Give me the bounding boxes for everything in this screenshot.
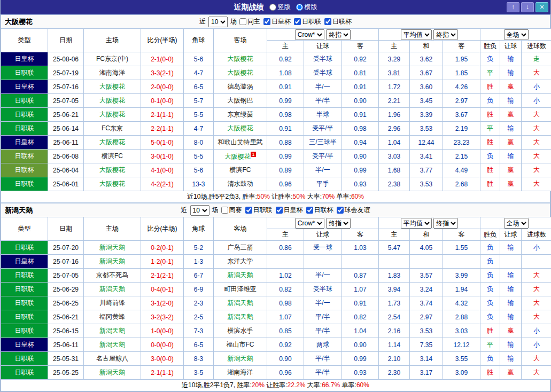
scope-select[interactable]: 全场: [504, 29, 529, 40]
move-up-button[interactable]: ↑: [507, 2, 519, 12]
matches-label: 场: [212, 206, 219, 215]
handicap-result-cell: 输: [500, 150, 522, 163]
avg-draw-cell: 3.67: [410, 66, 443, 80]
handicap-cell: 半球: [304, 108, 342, 122]
section-summary: 近10场,胜2平1负7, 胜率:20% 让胜率:22.2% 大率:66.7% 单…: [1, 380, 550, 391]
filter-checkbox-input[interactable]: [239, 18, 246, 25]
filter-checkbox-日职联[interactable]: 日职联: [294, 17, 321, 26]
avg-draw-cell: 3.53: [410, 177, 443, 191]
corner-cell: 6-5: [184, 80, 214, 94]
avg-away-cell: 1.55: [443, 241, 480, 255]
filter-checkbox-同主[interactable]: 同主: [239, 17, 260, 26]
odds-final-select[interactable]: 终指: [326, 29, 351, 40]
scope-select[interactable]: 全场: [504, 218, 529, 229]
score-cell: 2-1(2-1): [141, 269, 184, 283]
score-cell: 2-2(1-1): [141, 122, 184, 136]
avg-away-cell: 3.55: [443, 352, 480, 366]
home-odds-cell: 0.82: [267, 283, 304, 296]
avg-draw-cell: 3.24: [410, 283, 443, 296]
home-odds-cell: 0.96: [267, 366, 304, 380]
corner-cell: 5-7: [184, 94, 214, 108]
result-cell: 胜: [480, 366, 500, 380]
match-row: 日职联25-06-21大阪樱花2-1(1-1)5-5东京绿茵0.98半球0.91…: [1, 108, 551, 122]
layout-vertical-radio[interactable]: 竖版: [269, 3, 291, 12]
avg-home-cell: 3.81: [379, 66, 410, 80]
filter-checkbox-球会友谊[interactable]: 球会友谊: [337, 206, 370, 215]
avg-select[interactable]: 平均值: [401, 218, 432, 229]
handicap-cell: 受平/半: [304, 122, 342, 136]
close-button[interactable]: ×: [536, 2, 548, 12]
filter-checkbox-日皇杯[interactable]: 日皇杯: [263, 17, 291, 26]
avg-draw-cell: 3.14: [410, 352, 443, 366]
avg-draw-cell: 7.35: [410, 338, 443, 352]
filter-checkbox-同赛[interactable]: 同赛: [221, 206, 242, 215]
filter-checkbox-日联杯[interactable]: 日联杯: [306, 206, 333, 215]
avg-away-cell: 12.12: [443, 338, 480, 352]
layout-vertical-radio-input[interactable]: [269, 4, 276, 11]
score-cell: 2-1(1-1): [141, 366, 184, 380]
handicap-result-cell: 输: [500, 338, 522, 352]
recent-count-select[interactable]: 10: [190, 205, 209, 216]
filter-checkbox-input[interactable]: [276, 207, 283, 214]
odds-final-select[interactable]: 终指: [326, 218, 351, 229]
summary-text: 单率:: [340, 381, 356, 389]
away-team-cell: 新潟天鹅: [214, 352, 267, 366]
avg-select[interactable]: 平均值: [401, 29, 432, 40]
handicap-result-cell: 赢: [500, 163, 522, 177]
handicap-cell: 两球: [304, 338, 342, 352]
filter-checkbox-input[interactable]: [337, 207, 344, 214]
league-cell: 日职联: [1, 108, 48, 122]
match-row: 日皇杯25-08-06FC东京(中)2-1(0-0)5-6大阪樱花0.92受半球…: [1, 52, 551, 66]
result-cell: 胜: [480, 324, 500, 338]
filter-checkbox-input[interactable]: [324, 18, 331, 25]
handicap-result-cell: [500, 255, 522, 269]
result-cell: 负: [480, 150, 500, 163]
odds-company-select[interactable]: Crow*: [295, 218, 324, 229]
avg-final-select[interactable]: 终指: [433, 218, 458, 229]
match-row: 日皇杯25-07-16大阪樱花2-0(0-0)6-5德岛漩涡0.91半/一0.9…: [1, 80, 551, 94]
filter-checkbox-input[interactable]: [245, 207, 252, 214]
home-odds-cell: 0.91: [267, 122, 304, 136]
home-team-cell: 京都不死鸟: [84, 269, 141, 283]
date-cell: 25-07-16: [48, 80, 84, 94]
down-arrow-icon: ↓: [526, 3, 529, 11]
layout-horizontal-radio-input[interactable]: [296, 4, 303, 11]
home-team-cell: 新潟天鹅: [84, 241, 141, 255]
handicap-cell: 平/半: [304, 324, 342, 338]
filter-checkbox-input[interactable]: [306, 207, 313, 214]
filter-checkbox-input[interactable]: [263, 18, 270, 25]
match-row: 日职联25-06-01大阪樱花4-2(2-1)13-3清水鼓动0.96平手0.9…: [1, 177, 551, 191]
page-title: 近期战绩: [234, 3, 264, 12]
summary-text: 50%: [257, 193, 270, 200]
league-filter-checkboxes: 同主日皇杯日职联日联杯: [239, 17, 352, 26]
league-cell: 日皇杯: [1, 255, 48, 269]
summary-text: 大率:: [306, 193, 322, 200]
corner-cell: 2-5: [184, 310, 214, 324]
away-team-cell: 横滨水手: [214, 324, 267, 338]
match-row: 日职联25-07-20新潟天鹅0-2(0-1)5-2广岛三箭0.86受一球1.0…: [1, 241, 551, 255]
avg-final-select[interactable]: 终指: [433, 29, 458, 40]
match-row: 日皇杯25-06-11大阪樱花5-0(1-0)8-0和歌山艾特里武0.88三/三…: [1, 136, 551, 150]
filter-checkbox-日职联[interactable]: 日职联: [245, 206, 273, 215]
filter-checkbox-input[interactable]: [294, 18, 301, 25]
avg-away-cell: [443, 255, 480, 269]
handicap-result-cell: 输: [500, 352, 522, 366]
home-odds-cell: 0.99: [267, 94, 304, 108]
avg-home-cell: 1.72: [379, 80, 410, 94]
filter-checkbox-input[interactable]: [221, 207, 228, 214]
away-odds-cell: 1.03: [342, 241, 379, 255]
league-cell: 日皇杯: [1, 338, 48, 352]
filter-checkbox-日皇杯[interactable]: 日皇杯: [276, 206, 303, 215]
match-row: 日联杯25-06-08横滨FC3-0(1-0)5-5大阪樱花10.99受平/半0…: [1, 150, 551, 163]
handicap-cell: 三/三球半: [304, 136, 342, 150]
corner-cell: 5-6: [184, 163, 214, 177]
avg-draw-cell: 3.45: [410, 94, 443, 108]
odds-company-select[interactable]: Crow*: [295, 29, 324, 40]
layout-horizontal-radio[interactable]: 横版: [296, 3, 317, 12]
handicap-result-cell: 输: [500, 122, 522, 136]
sub-header-avg-home: 主: [379, 41, 410, 52]
recent-count-select[interactable]: 10: [208, 17, 228, 27]
move-down-button[interactable]: ↓: [521, 2, 534, 12]
col-header-away: 客场: [214, 217, 267, 241]
filter-checkbox-日联杯[interactable]: 日联杯: [324, 17, 352, 26]
